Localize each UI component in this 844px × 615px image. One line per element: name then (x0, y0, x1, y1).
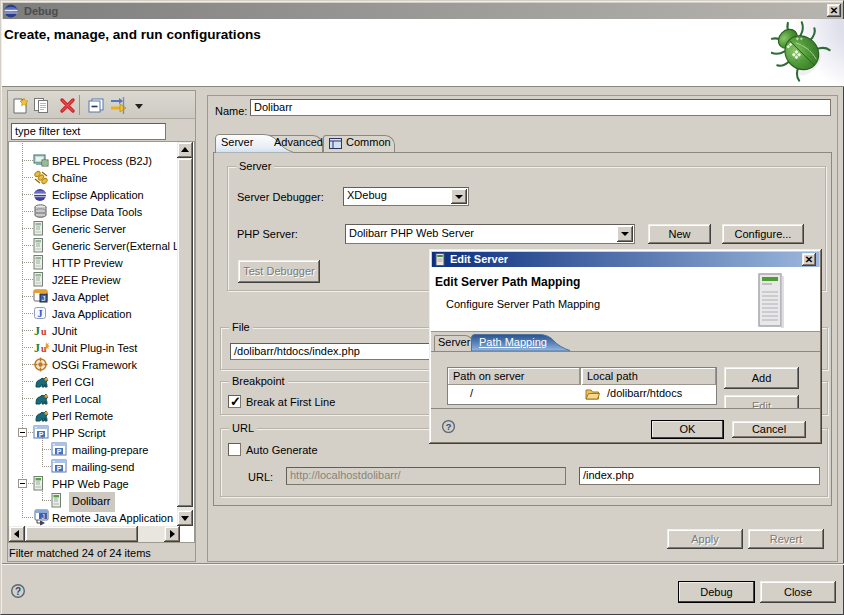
svg-text:P: P (57, 448, 62, 455)
svg-text:J: J (34, 341, 40, 355)
svg-text:P: P (57, 465, 62, 472)
svg-text:?: ? (15, 586, 21, 597)
svg-text:J: J (38, 308, 43, 319)
svg-text:?: ? (446, 422, 452, 432)
svg-text:J: J (42, 294, 46, 303)
svg-text:J: J (41, 513, 44, 520)
svg-text:u: u (41, 326, 47, 337)
svg-text:P: P (39, 431, 44, 438)
svg-text:J: J (34, 324, 40, 338)
